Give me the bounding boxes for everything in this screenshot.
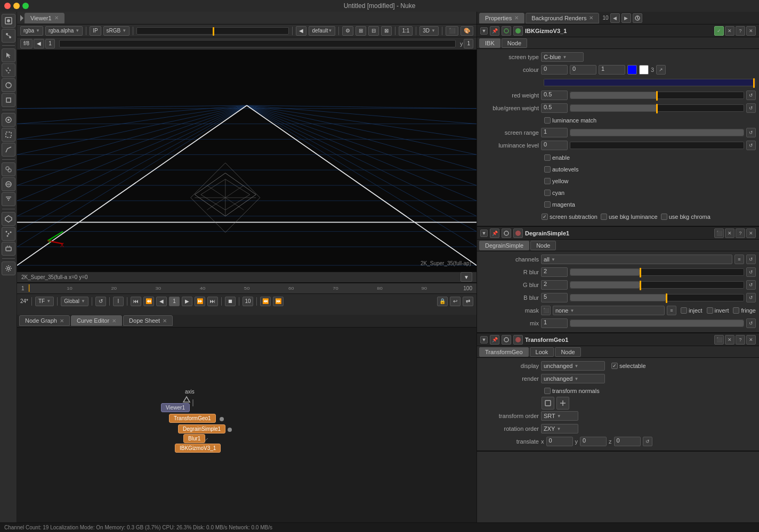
ibk-active-btn[interactable] xyxy=(513,26,523,36)
ibk-close-btn[interactable]: ✕ xyxy=(746,26,756,36)
transform-order-dropdown[interactable]: SRT ▼ xyxy=(541,411,578,421)
global-dropdown[interactable]: Global ▼ xyxy=(61,297,88,306)
degrain-help-btn[interactable]: ? xyxy=(736,228,745,238)
screen-range-value[interactable]: 1 xyxy=(541,128,568,137)
curve-editor-tab-close[interactable]: ✕ xyxy=(112,318,116,324)
mask-icon-btn[interactable]: ⬛ xyxy=(541,306,551,315)
refresh-btn[interactable]: ↺ xyxy=(95,297,106,306)
fit-btn[interactable]: ⊞ xyxy=(356,26,366,36)
bounce-btn[interactable]: ⇄ xyxy=(463,297,473,306)
dope-sheet-tab-close[interactable]: ✕ xyxy=(163,318,167,324)
viewer1-tab[interactable]: Viewer1 ✕ xyxy=(25,13,64,23)
step-back-btn[interactable]: ◀ xyxy=(156,297,167,306)
toolbar-move-btn[interactable] xyxy=(2,63,15,77)
toolbar-select-btn[interactable] xyxy=(2,48,15,62)
translate-x[interactable]: 0 xyxy=(546,437,573,446)
ibkgizmo-node[interactable]: IBKGizmoV3_1 xyxy=(175,444,221,453)
ibk-tab-node[interactable]: Node xyxy=(502,38,527,48)
screen-range-reset[interactable]: ↺ xyxy=(746,128,756,137)
gamma-btn[interactable]: 🎨 xyxy=(461,26,473,36)
use-bkg-lum-check[interactable]: use bkg luminance xyxy=(601,214,658,220)
toolbar-particle-btn[interactable] xyxy=(2,227,15,241)
viewer1-tab-close[interactable]: ✕ xyxy=(54,15,59,21)
inject-check[interactable]: inject xyxy=(681,307,703,314)
g-blur-slider[interactable] xyxy=(570,281,744,289)
node-graph-area[interactable]: axis Viewer1 TransformGeo1 DegrainSimple… xyxy=(17,328,477,522)
tg-view-btn[interactable] xyxy=(502,335,511,345)
skip-start-btn[interactable]: ⏮ xyxy=(131,297,141,306)
r-blur-slider[interactable] xyxy=(570,268,744,276)
toolbar-paint-btn[interactable] xyxy=(2,113,15,127)
screen-range-slider[interactable] xyxy=(570,129,744,136)
bg-weight-reset[interactable]: ↺ xyxy=(746,103,756,113)
zoom-btn[interactable]: 1:1 xyxy=(399,26,413,36)
wipe-btn[interactable]: ⊠ xyxy=(381,26,392,36)
degrain-tab-main[interactable]: DegrainSimple xyxy=(479,241,529,250)
fwd-10-btn[interactable]: ⏩ xyxy=(273,297,284,306)
fstop-btn[interactable]: f/8 xyxy=(20,39,33,48)
tg-active-btn[interactable] xyxy=(513,335,523,345)
toolbar-viewer-btn[interactable] xyxy=(2,14,15,28)
viewer-3d-content[interactable]: Y X 2K_Super_35(full-ap) xyxy=(17,50,477,272)
tg-help-btn[interactable]: ? xyxy=(736,335,745,345)
bg-weight-slider[interactable] xyxy=(570,104,744,112)
stop-btn[interactable]: ⏹ xyxy=(225,297,236,306)
red-weight-slider[interactable] xyxy=(570,92,744,99)
colour-g[interactable]: 0 xyxy=(570,65,596,75)
channel-dropdown[interactable]: rgba ▼ xyxy=(20,26,43,36)
mix-slider[interactable] xyxy=(570,320,744,327)
tg-collapse-btn[interactable]: ▼ xyxy=(480,336,488,343)
alpha-dropdown[interactable]: rgba.alpha ▼ xyxy=(45,26,83,36)
mask-extra-btn[interactable]: ≡ xyxy=(667,306,676,315)
gain-btn[interactable]: ⬛ xyxy=(446,26,458,36)
viewer-node[interactable]: Viewer1 xyxy=(161,403,190,412)
xform-icon-btn[interactable] xyxy=(542,397,554,410)
tg-disable-btn[interactable]: ✕ xyxy=(725,335,734,345)
b-blur-slider[interactable] xyxy=(570,294,744,301)
degrain-close-btn[interactable]: ✕ xyxy=(746,228,756,238)
mix-reset[interactable]: ↺ xyxy=(746,318,756,328)
toolbar-3d-btn[interactable] xyxy=(2,212,15,226)
ibk-pin-btn[interactable]: 📌 xyxy=(490,26,499,36)
ibk-collapse-btn[interactable]: ▼ xyxy=(480,27,488,35)
xform-align-btn[interactable] xyxy=(556,397,569,410)
colour-swatch-2[interactable] xyxy=(639,65,649,75)
degrain-active-toggle[interactable]: ⬛ xyxy=(714,228,724,238)
render-dropdown[interactable]: unchanged ▼ xyxy=(541,374,605,383)
g-blur-reset[interactable]: ↺ xyxy=(746,280,756,290)
transformgeo-node[interactable]: TransformGeo1 xyxy=(169,414,216,423)
transform-normals-check[interactable]: transform normals xyxy=(544,388,600,394)
yellow-check[interactable]: yellow xyxy=(544,178,569,184)
screen-type-dropdown[interactable]: C-blue ▼ xyxy=(541,52,584,62)
bg-weight-value[interactable]: 0.5 xyxy=(541,103,568,113)
play-btn[interactable]: ▶ xyxy=(182,297,192,306)
mode-dropdown[interactable]: 3D ▼ xyxy=(419,26,439,36)
toolbar-deep-btn[interactable] xyxy=(2,242,15,256)
i-btn[interactable]: I xyxy=(113,297,124,306)
default-btn[interactable]: default ▼ xyxy=(309,26,335,36)
display-dropdown[interactable]: unchanged ▼ xyxy=(541,361,605,371)
maximize-button[interactable] xyxy=(22,3,29,9)
luminance-level-reset[interactable]: ↺ xyxy=(746,141,756,150)
tg-tab-look[interactable]: Look xyxy=(530,347,554,357)
bg-renders-tab[interactable]: Background Renders ✕ xyxy=(526,13,599,23)
toolbar-rotate-btn[interactable] xyxy=(2,78,15,92)
degrain-tab-node[interactable]: Node xyxy=(530,241,556,250)
screen-sub-check[interactable]: ✓ screen subtraction xyxy=(542,214,597,220)
10-btn[interactable]: 10 xyxy=(243,297,253,306)
colour-b[interactable]: 1 xyxy=(599,65,625,75)
ibk-view-btn[interactable] xyxy=(502,26,511,36)
bg-render-icon[interactable] xyxy=(633,13,642,23)
prev-frame-btn[interactable]: ⏪ xyxy=(143,297,154,306)
tg-close-btn[interactable]: ✕ xyxy=(746,335,756,345)
curve-editor-tab[interactable]: Curve Editor ✕ xyxy=(71,315,122,326)
rev-10-btn[interactable]: ⏪ xyxy=(260,297,271,306)
tg-tab-main[interactable]: TransformGeo xyxy=(479,347,529,357)
red-weight-value[interactable]: 0.5 xyxy=(541,91,568,100)
red-weight-reset[interactable]: ↺ xyxy=(746,91,756,100)
settings-btn2[interactable]: ⚙ xyxy=(342,26,353,36)
y-value[interactable]: 1 xyxy=(464,39,473,48)
r-blur-reset[interactable]: ↺ xyxy=(746,267,756,277)
loop-btn[interactable]: ↩ xyxy=(450,297,461,306)
toolbar-settings-btn[interactable] xyxy=(2,261,15,275)
